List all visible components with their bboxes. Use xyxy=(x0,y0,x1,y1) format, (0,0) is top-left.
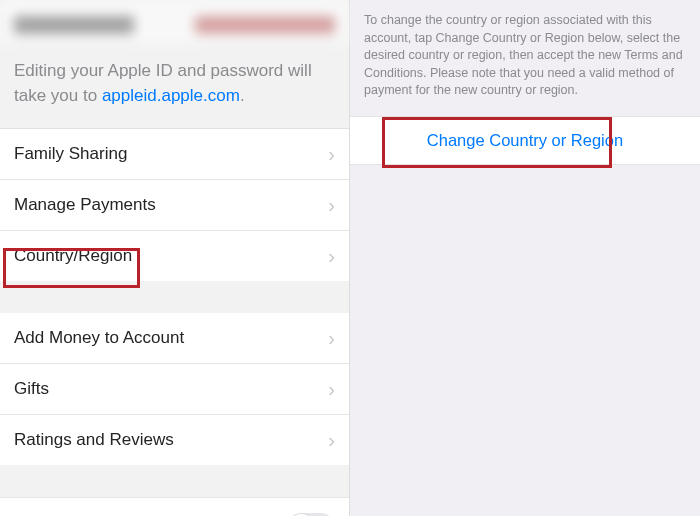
change-country-button[interactable]: Change Country or Region xyxy=(427,131,623,150)
settings-group-2: Add Money to Account › Gifts › Ratings a… xyxy=(0,313,349,465)
row-personalized[interactable]: Personalized Recommendations xyxy=(0,497,349,516)
row-label: Manage Payments xyxy=(14,195,156,215)
apple-id-info: Editing your Apple ID and password will … xyxy=(0,45,349,129)
row-family-sharing[interactable]: Family Sharing › xyxy=(0,129,349,180)
row-label: Add Money to Account xyxy=(14,328,184,348)
settings-left-panel: Editing your Apple ID and password will … xyxy=(0,0,350,516)
appleid-link[interactable]: appleid.apple.com xyxy=(102,86,240,105)
chevron-right-icon: › xyxy=(328,144,335,164)
chevron-right-icon: › xyxy=(328,328,335,348)
chevron-right-icon: › xyxy=(328,195,335,215)
row-label: Gifts xyxy=(14,379,49,399)
row-manage-payments[interactable]: Manage Payments › xyxy=(0,180,349,231)
row-country-region[interactable]: Country/Region › xyxy=(0,231,349,281)
group-spacer xyxy=(0,465,349,497)
blurred-label xyxy=(14,16,134,34)
info-suffix: . xyxy=(240,86,245,105)
row-label: Country/Region xyxy=(14,246,132,266)
row-add-money[interactable]: Add Money to Account › xyxy=(0,313,349,364)
row-ratings-reviews[interactable]: Ratings and Reviews › xyxy=(0,415,349,465)
chevron-right-icon: › xyxy=(328,379,335,399)
blurred-row xyxy=(0,0,349,45)
change-region-info: To change the country or region associat… xyxy=(350,0,700,116)
row-label: Family Sharing xyxy=(14,144,127,164)
chevron-right-icon: › xyxy=(328,246,335,266)
group-spacer xyxy=(0,281,349,313)
row-label: Ratings and Reviews xyxy=(14,430,174,450)
screenshot-container: Editing your Apple ID and password will … xyxy=(0,0,700,516)
change-country-row[interactable]: Change Country or Region xyxy=(350,116,700,165)
change-region-right-panel: To change the country or region associat… xyxy=(350,0,700,516)
blurred-value xyxy=(195,16,335,34)
chevron-right-icon: › xyxy=(328,430,335,450)
row-gifts[interactable]: Gifts › xyxy=(0,364,349,415)
settings-group-1: Family Sharing › Manage Payments › Count… xyxy=(0,129,349,281)
